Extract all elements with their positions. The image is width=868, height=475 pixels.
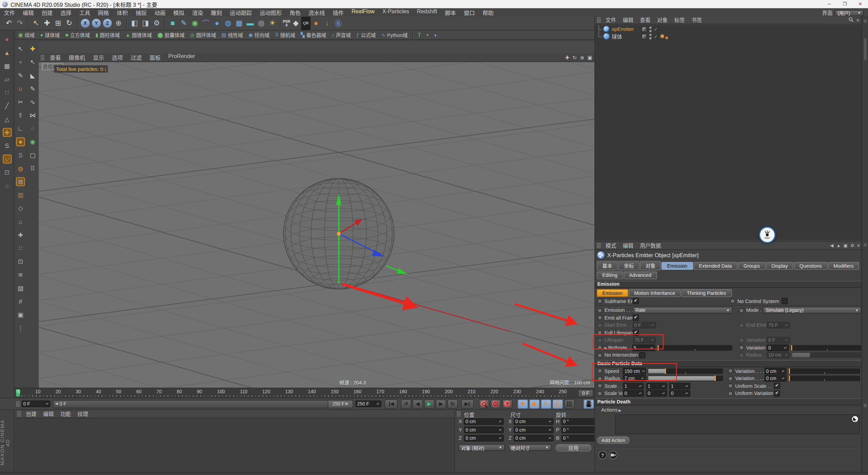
radius-variation-field[interactable]: 0 cm▴▾: [765, 375, 787, 382]
nav-up-icon[interactable]: ▲: [836, 243, 841, 248]
spline2-icon[interactable]: ∿: [28, 97, 37, 106]
stack-tool-icon[interactable]: ▣: [16, 310, 25, 319]
undo-icon[interactable]: ↶: [3, 17, 15, 28]
enable-radio[interactable]: [739, 308, 744, 313]
uniform-scale-checkbox[interactable]: ✔: [774, 383, 780, 389]
autokey-button[interactable]: [490, 399, 501, 408]
expand-triangle-icon[interactable]: ▶: [605, 346, 607, 349]
record-rotation-button[interactable]: ↻: [541, 399, 551, 408]
more-tool-icon[interactable]: ⋮: [16, 323, 25, 332]
tab-8[interactable]: Questions: [794, 262, 827, 270]
actions-list-box[interactable]: [615, 414, 860, 434]
panel-grip[interactable]: [457, 411, 460, 416]
record-position-button[interactable]: ✚: [517, 399, 528, 408]
random-field-icon[interactable]: ⠿随机域: [275, 31, 295, 38]
go-to-end-button[interactable]: ▶|: [461, 399, 474, 408]
pan-icon[interactable]: ✚: [565, 55, 569, 60]
orbit-icon[interactable]: ↻: [573, 55, 577, 60]
torus-tool-icon[interactable]: ◍: [16, 164, 25, 173]
diamond-tool-icon[interactable]: ◇: [16, 204, 25, 213]
cursor2-icon[interactable]: ↖: [28, 58, 37, 66]
search-icon[interactable]: [849, 17, 854, 23]
add-icon[interactable]: ✚: [28, 44, 37, 53]
l-ruler-icon[interactable]: ∟: [16, 124, 25, 133]
menu-item-16[interactable]: 流水线: [304, 8, 329, 16]
next-frame-button[interactable]: ▶: [436, 399, 446, 408]
tab-1[interactable]: 基本: [597, 261, 618, 270]
cone-field-icon[interactable]: ▲圆锥体域: [125, 31, 152, 38]
tab-1[interactable]: Editing: [597, 271, 623, 279]
object-row-sphere[interactable]: 球体 ✓: [595, 33, 862, 40]
menu-item-15[interactable]: 角色: [285, 8, 304, 16]
texture-mode-icon[interactable]: ▦: [2, 61, 11, 70]
enable-radio[interactable]: [597, 308, 603, 313]
layer-toggle-icon[interactable]: [642, 26, 647, 32]
viewport-menu-item-6[interactable]: 面板: [145, 53, 164, 61]
dots-tool-icon[interactable]: ∷: [16, 244, 25, 252]
menu-item-17[interactable]: 插件: [329, 8, 348, 16]
select-cursor-icon[interactable]: ↖: [16, 44, 25, 53]
gear-icon[interactable]: ⚙: [850, 243, 854, 248]
point-level-animation-button[interactable]: [564, 399, 574, 408]
render-view-icon[interactable]: ◧: [129, 17, 140, 28]
cross-tool-icon[interactable]: ✚: [16, 230, 25, 239]
birthrate-field[interactable]: 5▴▾: [632, 344, 655, 351]
size-z-field[interactable]: 0 cm▴▾: [514, 435, 554, 442]
circle2-icon[interactable]: ◌: [28, 124, 37, 133]
position-x-field[interactable]: 0 cm▴▾: [464, 418, 504, 425]
help-icon[interactable]: ?: [598, 451, 607, 459]
enable-radio[interactable]: [597, 299, 603, 304]
tab-2[interactable]: 坐标: [618, 261, 639, 270]
menu-item-13[interactable]: 运动跟踪: [226, 8, 256, 16]
dots2-icon[interactable]: ⠿: [28, 164, 37, 173]
sphere-tool-icon[interactable]: ●: [16, 137, 25, 146]
lock-tool-icon[interactable]: ⊠: [16, 177, 25, 186]
enable-radio[interactable]: [597, 376, 603, 381]
menu-item-12[interactable]: 雕刻: [207, 8, 226, 16]
subtab-2[interactable]: Motion Inheritance: [629, 289, 681, 297]
materials-menu-item-4[interactable]: 纹理: [74, 410, 92, 418]
panel-icon[interactable]: ▣: [843, 243, 847, 248]
light-icon[interactable]: ☀: [267, 17, 278, 28]
menu-item-23[interactable]: 帮助: [479, 8, 498, 16]
viewport-menu-item-1[interactable]: 查看: [46, 53, 65, 61]
formula-field-icon[interactable]: ƒ公式域: [356, 31, 376, 38]
field-extra-3-icon[interactable]: ◑: [433, 32, 437, 38]
phong-tag-icon[interactable]: [660, 34, 664, 38]
tab-7[interactable]: Display: [766, 262, 793, 270]
spline-pen-icon[interactable]: ✎: [178, 17, 190, 28]
square2-icon[interactable]: ▢: [28, 151, 37, 159]
cylinder-field-icon[interactable]: ▮圆柱体域: [96, 31, 120, 38]
field-extra-1-icon[interactable]: T: [418, 32, 421, 38]
shader-field-icon[interactable]: ▚着色器域: [301, 31, 326, 38]
grid-tool-icon[interactable]: #: [16, 297, 25, 306]
scrollbar[interactable]: [864, 38, 867, 60]
materials-menu-item-2[interactable]: 编辑: [40, 410, 57, 418]
scale-tool-icon[interactable]: ⊞: [53, 17, 64, 28]
spinner-icon[interactable]: ▴▾: [375, 403, 380, 405]
psr-badge[interactable]: PSR 0: [283, 17, 290, 28]
enable-radio[interactable]: [730, 299, 735, 304]
materials-menu-item-3[interactable]: 功能: [57, 410, 74, 418]
workplane-lock-icon[interactable]: ⊡: [2, 168, 11, 177]
camera-record-icon[interactable]: [609, 451, 617, 459]
add-action-button[interactable]: Add Action: [597, 437, 630, 444]
tab-6[interactable]: Groups: [738, 262, 766, 270]
speed-slider[interactable]: [648, 368, 723, 374]
capsule-field-icon[interactable]: ⬤胶囊体域: [157, 31, 184, 38]
home-tool-icon[interactable]: ⌂: [16, 217, 25, 226]
box-field-icon[interactable]: ■立方体域: [65, 31, 90, 38]
axis-x-button[interactable]: X: [81, 19, 90, 27]
emit-all-frames-checkbox[interactable]: ✔: [633, 315, 639, 321]
panel-grip[interactable]: [597, 17, 600, 23]
simulate-icon[interactable]: ◍: [222, 17, 234, 28]
speed-variation-slider[interactable]: [788, 368, 860, 374]
tab-5[interactable]: Extended Data: [693, 262, 737, 270]
layer-toggle-icon[interactable]: [642, 34, 647, 39]
visibility-dots[interactable]: [649, 34, 652, 39]
camera-icon[interactable]: ◎: [256, 17, 267, 28]
section-emission[interactable]: Emission: [595, 281, 862, 288]
dock-handle[interactable]: [864, 404, 867, 407]
box-tool-icon[interactable]: ▥: [16, 191, 25, 200]
python-field-icon[interactable]: ∿Python域: [381, 31, 408, 38]
